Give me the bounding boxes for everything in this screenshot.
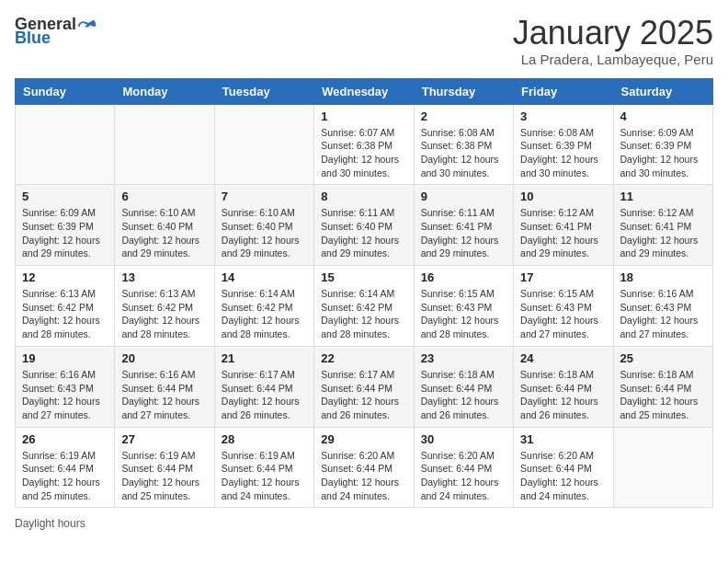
day-number: 21 <box>222 351 307 365</box>
day-number: 5 <box>22 190 108 203</box>
calendar-header-row: SundayMondayTuesdayWednesdayThursdayFrid… <box>16 78 713 104</box>
day-number: 17 <box>520 270 606 284</box>
day-number: 26 <box>22 432 108 446</box>
calendar-cell: 19Sunrise: 6:16 AM Sunset: 6:43 PM Dayli… <box>16 346 115 427</box>
day-info: Sunrise: 6:08 AM Sunset: 6:38 PM Dayligh… <box>421 126 506 180</box>
day-number: 9 <box>421 190 506 203</box>
calendar-cell: 2Sunrise: 6:08 AM Sunset: 6:38 PM Daylig… <box>414 104 513 185</box>
day-number: 8 <box>321 190 406 203</box>
calendar-cell: 25Sunrise: 6:18 AM Sunset: 6:44 PM Dayli… <box>613 346 712 427</box>
day-info: Sunrise: 6:11 AM Sunset: 6:40 PM Dayligh… <box>321 206 406 260</box>
month-title: January 2025 <box>513 15 713 52</box>
day-number: 6 <box>121 190 207 203</box>
calendar-cell: 14Sunrise: 6:14 AM Sunset: 6:42 PM Dayli… <box>214 266 313 347</box>
calendar-cell <box>613 427 712 508</box>
day-info: Sunrise: 6:17 AM Sunset: 6:44 PM Dayligh… <box>321 368 406 422</box>
day-info: Sunrise: 6:10 AM Sunset: 6:40 PM Dayligh… <box>121 206 207 260</box>
calendar-cell <box>214 104 313 185</box>
day-info: Sunrise: 6:20 AM Sunset: 6:44 PM Dayligh… <box>321 449 406 503</box>
calendar-cell: 7Sunrise: 6:10 AM Sunset: 6:40 PM Daylig… <box>214 185 313 266</box>
weekday-header-wednesday: Wednesday <box>314 78 414 104</box>
day-info: Sunrise: 6:19 AM Sunset: 6:44 PM Dayligh… <box>121 449 207 503</box>
day-number: 7 <box>222 190 307 203</box>
title-area: January 2025 La Pradera, Lambayeque, Per… <box>513 15 713 67</box>
calendar-cell: 9Sunrise: 6:11 AM Sunset: 6:41 PM Daylig… <box>414 185 513 266</box>
day-number: 2 <box>421 109 506 123</box>
calendar-cell: 17Sunrise: 6:15 AM Sunset: 6:43 PM Dayli… <box>514 266 613 347</box>
day-number: 14 <box>222 270 307 284</box>
day-info: Sunrise: 6:11 AM Sunset: 6:41 PM Dayligh… <box>421 206 506 260</box>
day-info: Sunrise: 6:18 AM Sunset: 6:44 PM Dayligh… <box>421 368 506 422</box>
day-number: 24 <box>520 351 606 365</box>
calendar-cell: 26Sunrise: 6:19 AM Sunset: 6:44 PM Dayli… <box>16 427 115 508</box>
weekday-header-monday: Monday <box>115 78 214 104</box>
day-number: 10 <box>520 190 606 203</box>
weekday-header-thursday: Thursday <box>414 78 513 104</box>
day-number: 3 <box>520 109 606 123</box>
footer: Daylight hours <box>15 517 713 530</box>
daylight-label: Daylight hours <box>15 517 85 530</box>
day-number: 1 <box>321 109 406 123</box>
logo-blue-text: Blue <box>15 29 51 46</box>
day-number: 11 <box>620 190 706 203</box>
calendar-cell: 6Sunrise: 6:10 AM Sunset: 6:40 PM Daylig… <box>115 185 214 266</box>
calendar-cell: 30Sunrise: 6:20 AM Sunset: 6:44 PM Dayli… <box>414 427 513 508</box>
calendar-table: SundayMondayTuesdayWednesdayThursdayFrid… <box>15 78 713 509</box>
day-number: 27 <box>121 432 207 446</box>
calendar-cell <box>115 104 214 185</box>
calendar-cell: 5Sunrise: 6:09 AM Sunset: 6:39 PM Daylig… <box>16 185 115 266</box>
calendar-cell: 1Sunrise: 6:07 AM Sunset: 6:38 PM Daylig… <box>314 104 414 185</box>
day-number: 23 <box>421 351 506 365</box>
day-info: Sunrise: 6:20 AM Sunset: 6:44 PM Dayligh… <box>520 449 606 503</box>
day-info: Sunrise: 6:17 AM Sunset: 6:44 PM Dayligh… <box>222 368 307 422</box>
calendar-cell: 31Sunrise: 6:20 AM Sunset: 6:44 PM Dayli… <box>514 427 613 508</box>
calendar-cell: 15Sunrise: 6:14 AM Sunset: 6:42 PM Dayli… <box>314 266 414 347</box>
day-info: Sunrise: 6:09 AM Sunset: 6:39 PM Dayligh… <box>620 126 706 180</box>
day-info: Sunrise: 6:10 AM Sunset: 6:40 PM Dayligh… <box>222 206 307 260</box>
day-info: Sunrise: 6:15 AM Sunset: 6:43 PM Dayligh… <box>520 287 606 341</box>
calendar-cell: 24Sunrise: 6:18 AM Sunset: 6:44 PM Dayli… <box>514 346 613 427</box>
day-info: Sunrise: 6:18 AM Sunset: 6:44 PM Dayligh… <box>620 368 706 422</box>
calendar-cell: 20Sunrise: 6:16 AM Sunset: 6:44 PM Dayli… <box>115 346 214 427</box>
logo-bird-icon <box>78 13 98 33</box>
calendar-week-1: 1Sunrise: 6:07 AM Sunset: 6:38 PM Daylig… <box>16 104 713 185</box>
weekday-header-tuesday: Tuesday <box>214 78 313 104</box>
day-info: Sunrise: 6:12 AM Sunset: 6:41 PM Dayligh… <box>520 206 606 260</box>
day-info: Sunrise: 6:20 AM Sunset: 6:44 PM Dayligh… <box>421 449 506 503</box>
logo: General Blue <box>15 15 98 46</box>
calendar-cell: 13Sunrise: 6:13 AM Sunset: 6:42 PM Dayli… <box>115 266 214 347</box>
weekday-header-saturday: Saturday <box>613 78 712 104</box>
day-number: 4 <box>620 109 706 123</box>
day-number: 29 <box>321 432 406 446</box>
day-number: 15 <box>321 270 406 284</box>
day-info: Sunrise: 6:16 AM Sunset: 6:43 PM Dayligh… <box>22 368 108 422</box>
day-number: 22 <box>321 351 406 365</box>
day-number: 19 <box>22 351 108 365</box>
day-info: Sunrise: 6:15 AM Sunset: 6:43 PM Dayligh… <box>421 287 506 341</box>
day-number: 30 <box>421 432 506 446</box>
day-number: 20 <box>121 351 207 365</box>
day-info: Sunrise: 6:16 AM Sunset: 6:43 PM Dayligh… <box>620 287 706 341</box>
calendar-cell: 12Sunrise: 6:13 AM Sunset: 6:42 PM Dayli… <box>16 266 115 347</box>
day-info: Sunrise: 6:13 AM Sunset: 6:42 PM Dayligh… <box>22 287 108 341</box>
calendar-cell: 11Sunrise: 6:12 AM Sunset: 6:41 PM Dayli… <box>613 185 712 266</box>
day-number: 13 <box>121 270 207 284</box>
calendar-cell: 27Sunrise: 6:19 AM Sunset: 6:44 PM Dayli… <box>115 427 214 508</box>
calendar-week-3: 12Sunrise: 6:13 AM Sunset: 6:42 PM Dayli… <box>16 266 713 347</box>
calendar-cell: 16Sunrise: 6:15 AM Sunset: 6:43 PM Dayli… <box>414 266 513 347</box>
day-info: Sunrise: 6:07 AM Sunset: 6:38 PM Dayligh… <box>321 126 406 180</box>
calendar-cell: 8Sunrise: 6:11 AM Sunset: 6:40 PM Daylig… <box>314 185 414 266</box>
calendar-cell: 28Sunrise: 6:19 AM Sunset: 6:44 PM Dayli… <box>214 427 313 508</box>
day-info: Sunrise: 6:12 AM Sunset: 6:41 PM Dayligh… <box>620 206 706 260</box>
day-info: Sunrise: 6:19 AM Sunset: 6:44 PM Dayligh… <box>22 449 108 503</box>
day-number: 12 <box>22 270 108 284</box>
day-info: Sunrise: 6:19 AM Sunset: 6:44 PM Dayligh… <box>222 449 307 503</box>
calendar-cell: 22Sunrise: 6:17 AM Sunset: 6:44 PM Dayli… <box>314 346 414 427</box>
day-info: Sunrise: 6:08 AM Sunset: 6:39 PM Dayligh… <box>520 126 606 180</box>
day-number: 25 <box>620 351 706 365</box>
weekday-header-friday: Friday <box>514 78 613 104</box>
calendar-cell: 23Sunrise: 6:18 AM Sunset: 6:44 PM Dayli… <box>414 346 513 427</box>
day-number: 28 <box>222 432 307 446</box>
calendar-cell <box>16 104 115 185</box>
day-number: 16 <box>421 270 506 284</box>
